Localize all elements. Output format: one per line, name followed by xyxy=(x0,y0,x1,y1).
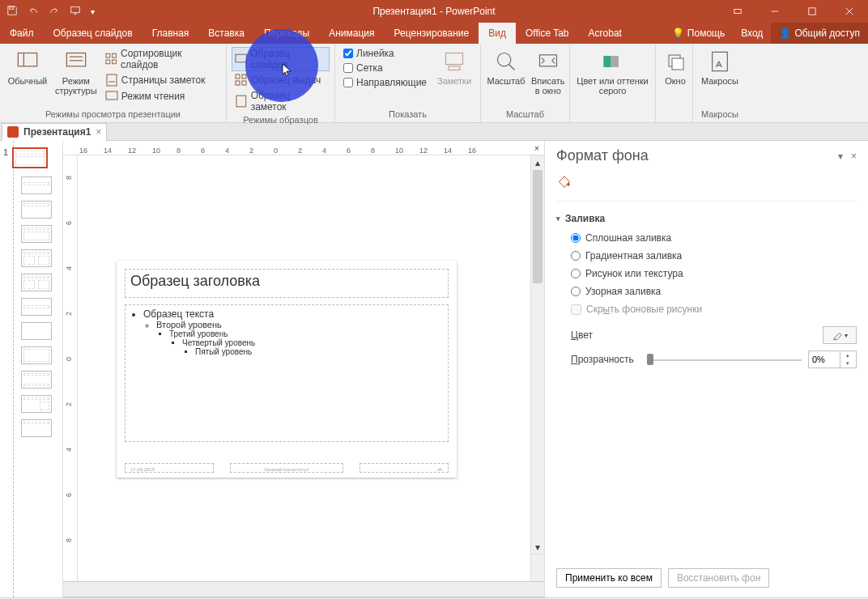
share-button[interactable]: 👤Общий доступ xyxy=(771,23,868,44)
master-thumbnail[interactable] xyxy=(12,147,48,168)
window-button[interactable]: Окно xyxy=(661,47,690,87)
close-button[interactable] xyxy=(831,0,868,23)
minimize-button[interactable] xyxy=(756,0,794,23)
transparency-slider[interactable] xyxy=(650,352,802,367)
tab-transitions[interactable]: Переходы xyxy=(254,23,319,44)
svg-rect-21 xyxy=(242,74,246,79)
scroll-up-icon[interactable]: ▴ xyxy=(531,155,544,169)
macros-button[interactable]: Макросы xyxy=(698,47,742,87)
save-icon[interactable] xyxy=(6,5,18,19)
svg-rect-23 xyxy=(242,81,246,85)
layout-thumbnail[interactable] xyxy=(21,419,52,437)
notes-master-button[interactable]: Образец заметок xyxy=(232,89,330,113)
redo-icon[interactable] xyxy=(49,5,60,19)
pattern-fill-radio[interactable]: Узорная заливка xyxy=(571,286,857,297)
color-grayscale-button[interactable]: Цвет или оттенки серого xyxy=(575,47,650,97)
picture-fill-radio[interactable]: Рисунок или текстура xyxy=(571,268,857,279)
slide-canvas[interactable]: Образец заголовка Образец текста Второй … xyxy=(78,155,530,581)
gradient-fill-radio[interactable]: Градиентная заливка xyxy=(571,250,857,261)
tab-home[interactable]: Главная xyxy=(143,23,199,44)
notes-pages-button[interactable]: Страницы заметок xyxy=(102,73,221,87)
layout-thumbnail[interactable] xyxy=(21,274,52,291)
svg-rect-15 xyxy=(112,60,116,64)
tab-office-tab[interactable]: Office Tab xyxy=(516,23,579,44)
document-tab[interactable]: Презентация1 × xyxy=(2,123,107,141)
svg-rect-16 xyxy=(107,74,117,86)
scroll-thumb[interactable] xyxy=(533,170,542,283)
svg-point-27 xyxy=(498,53,511,66)
undo-icon[interactable] xyxy=(28,5,39,19)
ruler-close-button[interactable]: × xyxy=(531,142,542,154)
svg-rect-18 xyxy=(106,91,117,100)
slide-master[interactable]: Образец заголовка Образец текста Второй … xyxy=(117,261,457,478)
svg-rect-1 xyxy=(71,6,80,12)
title-placeholder[interactable]: Образец заголовка xyxy=(125,269,449,298)
help-button[interactable]: 💡Помощь xyxy=(664,23,733,44)
horizontal-ruler: 1614121086420246810121416 xyxy=(63,141,544,155)
footer-placeholder[interactable]: Нижний колонтитул xyxy=(230,463,343,473)
svg-rect-2 xyxy=(734,10,741,14)
layout-thumbnail[interactable] xyxy=(21,176,52,194)
slide-nav-buttons[interactable] xyxy=(531,554,544,581)
svg-line-28 xyxy=(509,65,515,70)
scroll-down-icon[interactable]: ▾ xyxy=(531,540,544,554)
fill-section-header[interactable]: Заливка xyxy=(556,210,857,227)
tab-file[interactable]: Файл xyxy=(0,23,44,44)
layout-thumbnail[interactable] xyxy=(21,395,52,413)
tab-view[interactable]: Вид xyxy=(479,23,516,44)
transparency-spinner[interactable]: ▴▾ xyxy=(808,350,857,368)
normal-view-button[interactable]: Обычный xyxy=(5,47,50,87)
svg-rect-13 xyxy=(112,53,116,57)
group-label-zoom: Масштаб xyxy=(486,108,564,121)
svg-rect-14 xyxy=(106,60,110,64)
layout-thumbnail[interactable] xyxy=(21,201,52,219)
qat-more-icon[interactable]: ▾ xyxy=(91,7,95,16)
reading-view-button[interactable]: Режим чтения xyxy=(102,89,221,104)
tab-acrobat[interactable]: Acrobat xyxy=(579,23,632,44)
layout-thumbnail[interactable] xyxy=(21,249,52,267)
start-show-icon[interactable] xyxy=(70,5,81,19)
layout-thumbnail[interactable] xyxy=(21,298,52,316)
svg-rect-22 xyxy=(236,81,240,85)
tab-slide-master[interactable]: Образец слайдов xyxy=(44,23,143,44)
reset-background-button[interactable]: Восстановить фон xyxy=(668,568,769,588)
slide-master-button[interactable]: Образец слайдов xyxy=(232,47,330,71)
zoom-button[interactable]: Масштаб xyxy=(486,47,526,87)
notes-button[interactable]: Заметки xyxy=(433,47,475,87)
vertical-scrollbar[interactable]: ▴ ▾ xyxy=(530,155,544,581)
hide-bg-graphics-checkbox: Скрыть фоновые рисунки xyxy=(556,302,857,323)
group-label-macros: Макросы xyxy=(698,108,742,121)
grid-checkbox[interactable]: Сетка xyxy=(340,62,430,74)
guides-checkbox[interactable]: Направляющие xyxy=(340,76,430,89)
close-doc-icon[interactable]: × xyxy=(96,126,101,138)
pane-options-icon[interactable]: ▾ xyxy=(838,151,843,162)
svg-rect-26 xyxy=(449,66,460,70)
maximize-button[interactable] xyxy=(794,0,831,23)
svg-rect-33 xyxy=(672,58,683,70)
fill-color-button[interactable]: ▾ xyxy=(823,326,857,344)
layout-thumbnail[interactable] xyxy=(21,371,52,389)
slide-sorter-button[interactable]: Сортировщик слайдов xyxy=(102,47,221,71)
outline-view-button[interactable]: Режим структуры xyxy=(53,47,99,97)
layout-thumbnail[interactable] xyxy=(21,322,52,340)
notes-splitter[interactable] xyxy=(63,581,544,597)
fit-window-button[interactable]: Вписать в окно xyxy=(530,47,567,97)
svg-rect-24 xyxy=(236,96,246,107)
tab-insert[interactable]: Вставка xyxy=(198,23,254,44)
date-placeholder[interactable]: 17.06.2019 xyxy=(125,463,214,473)
fill-bucket-icon[interactable] xyxy=(556,172,572,189)
solid-fill-radio[interactable]: Сплошная заливка xyxy=(571,232,857,244)
slide-number-placeholder[interactable]: ‹#› xyxy=(360,463,449,473)
apply-to-all-button[interactable]: Применить ко всем xyxy=(556,568,662,588)
signin-button[interactable]: Вход xyxy=(733,23,771,44)
pane-close-icon[interactable]: × xyxy=(851,151,857,162)
tab-animation[interactable]: Анимация xyxy=(319,23,384,44)
bulb-icon: 💡 xyxy=(672,28,684,39)
layout-thumbnail[interactable] xyxy=(21,346,52,364)
layout-thumbnail[interactable] xyxy=(21,225,52,243)
body-placeholder[interactable]: Образец текста Второй уровень Третий уро… xyxy=(125,304,449,442)
tab-review[interactable]: Рецензирование xyxy=(385,23,479,44)
handout-master-button[interactable]: Образец выдач xyxy=(232,73,330,87)
ribbon-options-icon[interactable] xyxy=(719,0,756,23)
ruler-checkbox[interactable]: Линейка xyxy=(340,47,430,60)
